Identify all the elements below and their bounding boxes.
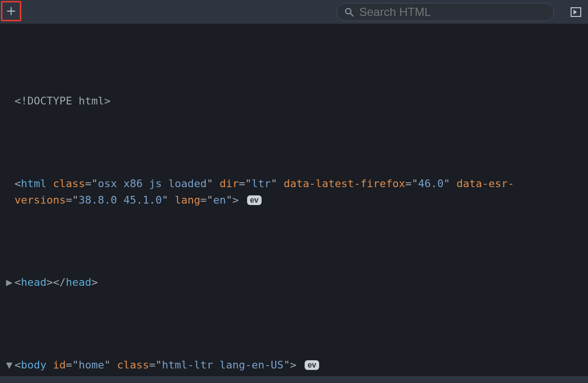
toggle-sidebar-button[interactable]: [568, 4, 584, 20]
tree-row-html[interactable]: <html class="osx x86 js loaded" dir="ltr…: [2, 176, 586, 208]
event-badge[interactable]: ev: [305, 360, 319, 370]
html-open: <html class="osx x86 js loaded" dir="ltr…: [15, 176, 586, 208]
tree-row-body[interactable]: ▼ <body id="home" class="html-ltr lang-e…: [2, 357, 586, 373]
add-node-button[interactable]: [1, 1, 21, 21]
tree-row-doctype[interactable]: <!DOCTYPE html>: [2, 93, 586, 109]
doctype-text: <!DOCTYPE html>: [15, 93, 586, 109]
event-badge[interactable]: ev: [247, 195, 262, 205]
search-html-field[interactable]: [337, 3, 554, 21]
search-input[interactable]: [358, 5, 547, 19]
svg-line-1: [351, 13, 353, 16]
head-node: <head></head>: [15, 274, 586, 291]
expand-icon[interactable]: ▶: [4, 274, 15, 291]
collapse-icon[interactable]: ▼: [4, 357, 15, 373]
bottom-bar: [0, 376, 588, 383]
panel-icon: [570, 6, 582, 18]
body-open: <body id="home" class="html-ltr lang-en-…: [15, 357, 586, 373]
inspector-toolbar: [0, 0, 588, 24]
plus-icon: [6, 6, 16, 16]
tree-row-head[interactable]: ▶ <head></head>: [2, 274, 586, 291]
dom-tree[interactable]: <!DOCTYPE html> <html class="osx x86 js …: [0, 24, 588, 383]
search-icon: [344, 7, 354, 17]
